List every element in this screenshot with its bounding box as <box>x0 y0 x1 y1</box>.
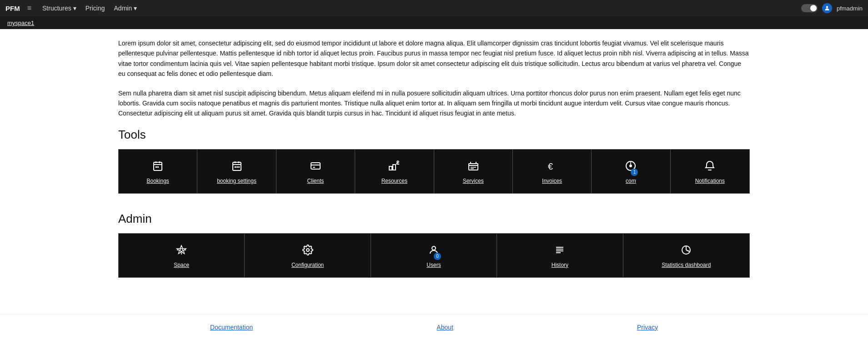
svg-rect-6 <box>157 166 159 168</box>
admin-grid: Space Configuration 0 Users History <box>118 233 750 278</box>
history-icon <box>554 245 565 258</box>
paragraph-1: Lorem ipsum dolor sit amet, consectetur … <box>118 38 750 79</box>
nav-structures[interactable]: Structures ▾ <box>39 3 80 14</box>
main-content: Lorem ipsum dolor sit amet, consectetur … <box>0 29 868 314</box>
tool-services[interactable]: Services <box>434 150 513 193</box>
com-icon: 1 <box>625 160 636 174</box>
paragraph-2: Sem nulla pharetra diam sit amet nisl su… <box>118 88 750 119</box>
navbar-right: pfmadmin <box>801 3 863 13</box>
svg-rect-5 <box>156 166 157 168</box>
tool-services-label[interactable]: Services <box>463 178 484 184</box>
tool-configuration-label[interactable]: Configuration <box>291 262 324 268</box>
tool-statistics-dashboard[interactable]: Statistics dashboard <box>623 234 749 277</box>
tool-com[interactable]: 1 com <box>592 150 670 193</box>
tool-history-label[interactable]: History <box>552 262 568 268</box>
tool-booking-settings-label[interactable]: booking settings <box>217 178 256 184</box>
tool-history[interactable]: History <box>497 234 623 277</box>
brand-logo: PFM <box>5 5 20 12</box>
svg-point-29 <box>629 165 632 167</box>
tool-space[interactable]: Space <box>119 234 245 277</box>
tool-statistics-label[interactable]: Statistics dashboard <box>662 262 711 268</box>
users-badge: 0 <box>434 253 441 260</box>
svg-point-32 <box>180 249 183 251</box>
services-icon <box>468 160 479 174</box>
tools-title: Tools <box>118 128 750 142</box>
svg-point-0 <box>826 6 828 8</box>
navbar-menu: Structures ▾ Pricing Admin ▾ <box>39 3 794 14</box>
clients-icon <box>310 160 321 174</box>
svg-rect-17 <box>389 166 392 170</box>
tool-resources-label[interactable]: Resources <box>381 178 407 184</box>
navbar: PFM ≡ Structures ▾ Pricing Admin ▾ pfmad… <box>0 0 868 16</box>
footer-privacy[interactable]: Privacy <box>637 324 658 331</box>
tool-booking-settings[interactable]: booking settings <box>197 150 276 193</box>
bookings-icon <box>152 160 163 174</box>
booking-settings-icon <box>231 160 242 174</box>
breadcrumb-bar: myspace1 <box>0 16 868 29</box>
svg-rect-21 <box>469 164 478 170</box>
tool-bookings[interactable]: Bookings <box>119 150 197 193</box>
tool-invoices-label[interactable]: Invoices <box>542 178 562 184</box>
admin-title: Admin <box>118 212 750 226</box>
configuration-icon <box>302 245 313 258</box>
hamburger-icon[interactable]: ≡ <box>27 4 31 12</box>
svg-rect-14 <box>311 163 320 169</box>
statistics-icon <box>681 245 692 258</box>
nav-pricing[interactable]: Pricing <box>82 3 109 14</box>
svg-point-34 <box>432 246 436 250</box>
tool-notifications-label[interactable]: Notifications <box>695 178 725 184</box>
svg-rect-13 <box>238 166 240 168</box>
users-icon: 0 <box>428 245 439 258</box>
footer-documentation[interactable]: Documentation <box>210 324 253 331</box>
footer: Documentation About Privacy <box>0 314 868 340</box>
invoices-icon: € <box>547 160 557 174</box>
resources-icon <box>389 160 400 174</box>
tool-clients-label[interactable]: Clients <box>307 178 324 184</box>
svg-point-33 <box>306 249 309 251</box>
com-badge: 1 <box>631 169 638 176</box>
tool-com-label[interactable]: com <box>626 178 636 184</box>
svg-rect-18 <box>393 165 396 170</box>
svg-rect-11 <box>235 166 236 168</box>
tools-grid: Bookings booking settings Clients Resour… <box>118 149 750 194</box>
avatar <box>822 3 832 13</box>
tool-notifications[interactable]: Notifications <box>671 150 749 193</box>
notifications-icon <box>704 160 715 174</box>
tool-bookings-label[interactable]: Bookings <box>147 178 169 184</box>
breadcrumb-link[interactable]: myspace1 <box>7 20 34 26</box>
user-name[interactable]: pfmadmin <box>837 5 863 12</box>
tool-configuration[interactable]: Configuration <box>245 234 371 277</box>
tool-clients[interactable]: Clients <box>276 150 355 193</box>
nav-admin[interactable]: Admin ▾ <box>110 3 141 14</box>
theme-toggle[interactable] <box>801 4 818 12</box>
space-icon <box>176 245 187 258</box>
tool-users[interactable]: 0 Users <box>371 234 497 277</box>
tool-users-label[interactable]: Users <box>426 262 441 268</box>
tool-invoices[interactable]: € Invoices <box>513 150 592 193</box>
tool-resources[interactable]: Resources <box>355 150 434 193</box>
svg-text:€: € <box>548 161 553 171</box>
tool-space-label[interactable]: Space <box>174 262 189 268</box>
footer-about[interactable]: About <box>437 324 453 331</box>
svg-rect-12 <box>236 166 238 168</box>
